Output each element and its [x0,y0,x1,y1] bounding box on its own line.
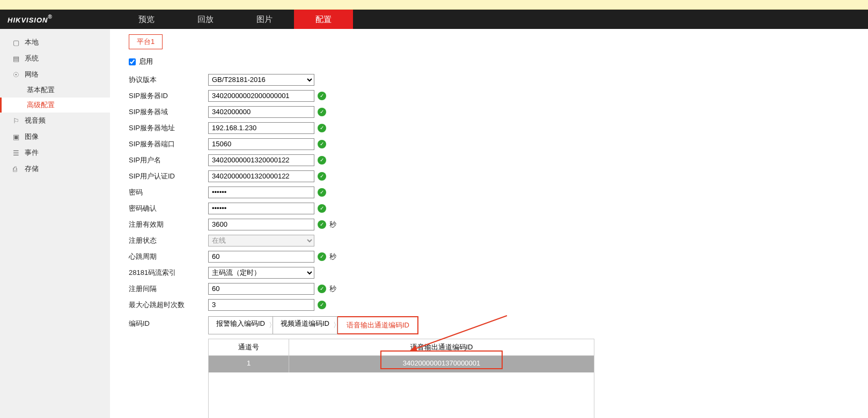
check-icon: ✓ [318,188,326,197]
sidebar-local[interactable]: ▢本地 [0,34,110,50]
sidebar-item-label: 图像 [25,132,39,141]
system-icon: ▤ [13,55,25,63]
encode-id-value: 34020000001370000001 [403,359,481,367]
check-icon: ✓ [318,140,326,148]
nav-preview[interactable]: 预览 [117,10,176,29]
input-heartbeat[interactable] [208,251,314,263]
encode-tab-label: 语音输出通道编码ID [347,321,409,329]
td-channel: 1 [209,356,289,372]
label-reg-status: 注册状态 [129,236,208,245]
sidebar-storage[interactable]: ⎙存储 [0,161,110,177]
check-icon: ✓ [318,172,326,181]
sidebar-basic-config[interactable]: 基本配置 [0,83,110,98]
label-stream-idx: 28181码流索引 [129,268,208,278]
table-empty-space [209,372,594,418]
platform-tab[interactable]: 平台1 [129,34,163,49]
check-icon: ✓ [318,252,326,261]
check-icon: ✓ [318,220,326,229]
content-area: 平台1 启用 协议版本 GB/T28181-2016 SIP服务器ID ✓ SI… [110,29,868,418]
label-sip-user: SIP用户名 [129,155,208,165]
sidebar-item-label: 网络 [25,70,39,79]
unit-seconds: 秒 [329,252,336,262]
label-sip-id: SIP服务器ID [129,91,208,101]
label-reg-expire: 注册有效期 [129,220,208,229]
label-reg-interval: 注册间隔 [129,284,208,294]
label-pwd: 密码 [129,188,208,197]
sidebar-av[interactable]: ⚐视音频 [0,113,110,129]
encode-tab-label: 报警输入编码ID [216,319,265,327]
check-icon: ✓ [318,108,326,116]
label-heartbeat: 心跳周期 [129,252,208,262]
table-row[interactable]: 1 34020000001370000001 [209,356,594,372]
check-icon: ✓ [318,301,326,309]
enable-label: 启用 [139,57,153,66]
input-sip-auth[interactable] [208,170,314,182]
enable-checkbox[interactable] [129,58,136,65]
sidebar: ▢本地 ▤系统 ☉网络 基本配置 高级配置 ⚐视音频 ▣图像 ☰事件 ⎙存储 [0,29,110,418]
nav-config[interactable]: 配置 [294,10,353,29]
monitor-icon: ▢ [13,39,25,47]
sidebar-event[interactable]: ☰事件 [0,145,110,161]
mic-icon: ⚐ [13,117,25,125]
encode-tab-video[interactable]: 视频通道编码ID 〉 [273,316,337,334]
check-icon: ✓ [318,124,326,132]
picture-icon: ▣ [13,133,25,141]
sidebar-advanced-config[interactable]: 高级配置 [0,98,110,113]
label-sip-auth: SIP用户认证ID [129,171,208,181]
nav-image[interactable]: 图片 [235,10,294,29]
label-protocol: 协议版本 [129,75,208,85]
sidebar-item-label: 系统 [25,54,39,63]
sidebar-item-label: 事件 [25,148,39,158]
globe-icon: ☉ [13,71,25,79]
browser-info-bar [0,0,868,10]
label-sip-addr: SIP服务器地址 [129,123,208,133]
brand-text: HIKVISION [8,16,48,24]
encode-table: 通道号 语音输出通道编码ID 1 34020000001370000001 [208,339,594,418]
td-encode-id: 34020000001370000001 [289,356,594,372]
header: HIKVISION® 预览 回放 图片 配置 [0,10,868,29]
encode-tab-audio[interactable]: 语音输出通道编码ID [339,318,417,332]
input-sip-addr[interactable] [208,122,314,134]
input-sip-port[interactable] [208,138,314,150]
check-icon: ✓ [318,156,326,165]
label-sip-domain: SIP服务器域 [129,107,208,117]
input-sip-id[interactable] [208,90,314,102]
input-pwd2[interactable] [208,203,314,214]
encode-tab-label: 视频通道编码ID [281,319,329,327]
unit-seconds: 秒 [329,220,336,229]
select-stream-idx[interactable]: 主码流（定时） [208,267,314,279]
check-icon: ✓ [318,285,326,293]
encode-tab-alarm[interactable]: 报警输入编码ID 〉 [208,316,273,334]
highlight-box: 34020000001370000001 [380,350,503,369]
select-protocol[interactable]: GB/T28181-2016 [208,74,314,86]
label-sip-port: SIP服务器端口 [129,139,208,149]
label-encode-id: 编码ID [129,319,208,329]
label-max-hb: 最大心跳超时次数 [129,300,208,310]
save-icon: ⎙ [13,165,25,173]
input-sip-domain[interactable] [208,106,314,118]
highlight-box: 语音输出通道编码ID [337,316,418,334]
calendar-icon: ☰ [13,149,25,157]
sidebar-item-label: 本地 [25,38,39,47]
brand-suffix: ® [48,14,52,20]
input-reg-interval[interactable] [208,283,314,295]
unit-seconds: 秒 [329,284,336,294]
brand-logo: HIKVISION® [0,14,117,25]
sidebar-item-label: 存储 [25,164,39,174]
input-pwd[interactable] [208,186,314,198]
select-reg-status: 在线 [208,235,314,247]
input-max-hb[interactable] [208,299,314,311]
sidebar-image[interactable]: ▣图像 [0,129,110,145]
sidebar-system[interactable]: ▤系统 [0,50,110,66]
label-pwd2: 密码确认 [129,204,208,213]
check-icon: ✓ [318,204,326,213]
th-channel: 通道号 [209,339,289,355]
sidebar-item-label: 视音频 [25,116,46,125]
sidebar-network[interactable]: ☉网络 [0,66,110,83]
check-icon: ✓ [318,92,326,100]
input-sip-user[interactable] [208,154,314,166]
nav-playback[interactable]: 回放 [176,10,235,29]
input-reg-expire[interactable] [208,219,314,230]
